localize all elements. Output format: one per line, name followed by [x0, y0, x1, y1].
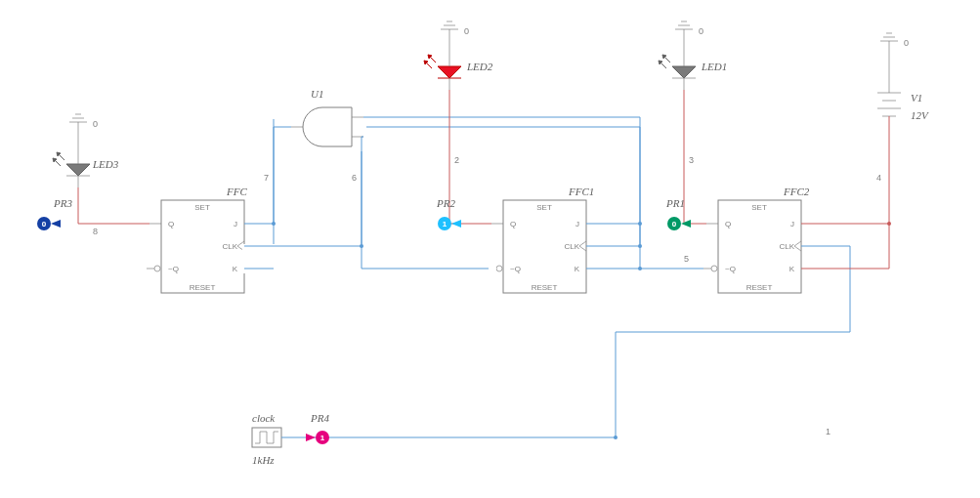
pr1-ref: PR1: [665, 197, 685, 209]
led2-ref: LED2: [466, 61, 493, 72]
component-ffc[interactable]: SET RESET J CLK K Q ~Q FFC: [147, 186, 247, 293]
svg-text:0: 0: [464, 26, 469, 36]
ffc1-ref: FFC1: [568, 186, 594, 197]
svg-text:0: 0: [699, 26, 703, 36]
svg-text:Q: Q: [510, 220, 516, 228]
net-5: 5: [684, 254, 689, 264]
svg-text:SET: SET: [751, 203, 767, 212]
svg-text:0: 0: [672, 220, 677, 228]
svg-point-101: [887, 222, 891, 226]
probe-pr4[interactable]: 1 PR4: [306, 412, 329, 444]
svg-point-89: [360, 244, 363, 248]
svg-text:J: J: [790, 220, 794, 228]
ffc-clk-label: CLK: [222, 242, 237, 251]
svg-marker-106: [451, 220, 461, 228]
svg-rect-86: [242, 115, 301, 119]
svg-point-93: [638, 267, 642, 270]
ffc-k-label: K: [233, 265, 238, 273]
component-led2[interactable]: LED2: [424, 55, 493, 90]
svg-marker-112: [306, 434, 316, 441]
probe-pr2[interactable]: 1 PR2: [436, 197, 461, 230]
svg-point-12: [496, 266, 502, 271]
schematic-canvas: SET RESET J CLK K Q ~Q FFC SET RESET J C…: [0, 0, 980, 498]
net-4: 4: [876, 173, 881, 183]
svg-text:K: K: [789, 265, 795, 273]
svg-marker-37: [438, 66, 461, 78]
svg-point-92: [638, 244, 642, 248]
net-3: 3: [689, 155, 694, 165]
net-6: 6: [352, 173, 357, 183]
svg-text:SET: SET: [536, 203, 552, 212]
pr4-ref: PR4: [310, 412, 329, 424]
net-1: 1: [826, 427, 831, 436]
ground-led3: 0: [69, 114, 98, 137]
ffc-set-label: SET: [194, 203, 210, 212]
svg-text:Q: Q: [725, 220, 731, 228]
svg-text:RESET: RESET: [746, 283, 773, 292]
component-led3[interactable]: LED3: [53, 152, 119, 187]
u1-ref: U1: [311, 88, 323, 100]
probe-pr1[interactable]: 0 PR1: [665, 197, 691, 230]
component-clock[interactable]: clock 1kHz: [252, 412, 281, 466]
svg-text:0: 0: [93, 119, 98, 129]
pr3-ref: PR3: [53, 197, 72, 209]
svg-text:CLK: CLK: [564, 242, 579, 251]
v1-ref: V1: [911, 92, 922, 104]
probe-pr3[interactable]: 0 PR3: [37, 197, 72, 230]
svg-point-1: [154, 266, 160, 271]
svg-marker-29: [66, 164, 90, 176]
ffc2-ref: FFC2: [783, 186, 810, 197]
ground-led1: 0: [675, 21, 703, 44]
svg-point-95: [614, 436, 618, 439]
component-ffc2[interactable]: SET RESET J CLK K Q ~Q FFC2: [703, 186, 810, 293]
svg-point-94: [638, 222, 642, 226]
svg-text:1: 1: [443, 220, 447, 228]
ffc-nq-label: ~Q: [168, 265, 179, 273]
v1-value: 12V: [911, 109, 929, 121]
svg-text:1: 1: [320, 434, 325, 442]
svg-text:0: 0: [904, 38, 909, 48]
ffc-j-label: J: [234, 220, 237, 228]
clock-ref: clock: [252, 412, 276, 424]
svg-point-23: [711, 266, 717, 271]
svg-text:RESET: RESET: [532, 283, 558, 292]
svg-marker-103: [51, 220, 61, 228]
net-7: 7: [264, 173, 269, 183]
net-8: 8: [93, 227, 98, 236]
svg-text:J: J: [575, 220, 579, 228]
net-2: 2: [454, 155, 459, 165]
led1-ref: LED1: [701, 61, 727, 72]
ffc-reset-label: RESET: [190, 283, 216, 292]
ffc-ref: FFC: [226, 186, 247, 197]
svg-text:0: 0: [42, 220, 47, 228]
led3-ref: LED3: [92, 158, 119, 170]
pr2-ref: PR2: [436, 197, 455, 209]
svg-text:~Q: ~Q: [725, 265, 736, 273]
clock-value: 1kHz: [252, 454, 275, 466]
svg-marker-45: [672, 66, 696, 78]
ground-v1: 0: [880, 33, 909, 56]
component-v1[interactable]: V1 12V: [877, 56, 929, 121]
ground-led2: 0: [441, 21, 469, 44]
component-led1[interactable]: LED1: [659, 55, 727, 90]
svg-marker-109: [681, 220, 691, 228]
svg-text:~Q: ~Q: [510, 265, 521, 273]
ffc-q-label: Q: [168, 220, 174, 228]
svg-text:K: K: [575, 265, 580, 273]
svg-text:CLK: CLK: [779, 242, 794, 251]
component-ffc1[interactable]: SET RESET J CLK K Q ~Q FFC1: [489, 186, 594, 293]
